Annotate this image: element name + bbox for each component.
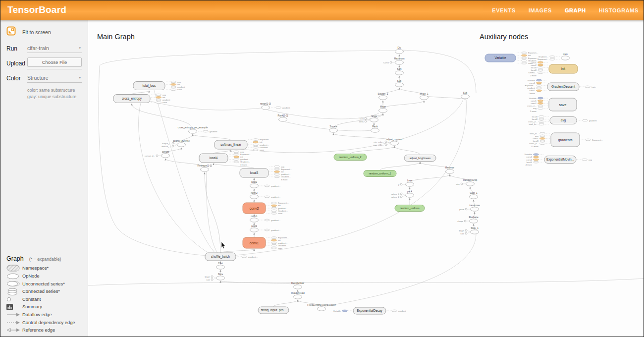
node-mean[interactable]: Mean: [379, 106, 387, 113]
node-expmov[interactable]: ExponentialMovin...: [544, 156, 576, 164]
node-ru0[interactable]: random_uniform: [395, 205, 425, 212]
node-total_loss[interactable]: total_loss: [133, 82, 165, 90]
node-variable[interactable]: Variable: [485, 54, 516, 62]
svg-text:Slice_1: Slice_1: [471, 227, 479, 229]
annotation-node: [242, 256, 247, 258]
constant-label: begin: [459, 229, 464, 232]
constant-label: default_...: [161, 145, 171, 148]
node-norm1[interactable]: norm1: [250, 215, 259, 223]
node-cast_1[interactable]: Cast_1: [470, 192, 478, 199]
node-randomcrop[interactable]: RandomCrop: [463, 179, 478, 186]
node-div[interactable]: Div: [395, 47, 404, 54]
node-slice[interactable]: Slice: [216, 273, 225, 281]
svg-text:cross_entropy: cross_entropy: [122, 97, 142, 101]
node-cast[interactable]: Cast: [216, 262, 225, 270]
constant-label: start: [360, 117, 364, 120]
node-graddesc[interactable]: GradientDescent: [547, 83, 579, 91]
node-cepe[interactable]: cross_entropy_per_example: [178, 126, 208, 134]
node-flrr[interactable]: FixedLengthRecordReader: [307, 304, 336, 311]
svg-text:Sqrt: Sqrt: [397, 68, 402, 70]
annotation-node: [534, 159, 539, 161]
annotation-label: save: [177, 88, 182, 91]
annotation-node: [550, 56, 555, 58]
run-select[interactable]: cifar-train ▾: [27, 44, 82, 53]
node-softmax_linear[interactable]: softmax_linear: [215, 140, 247, 149]
svg-text:local4: local4: [210, 156, 218, 160]
constant-node: [172, 145, 174, 147]
node-conv1[interactable]: conv1: [243, 237, 266, 248]
annotation-node: [342, 310, 348, 312]
node-gradients[interactable]: gradients: [551, 133, 580, 147]
node-resh13[interactable]: Reshape[1-3]: [198, 165, 212, 172]
node-transpose[interactable]: transpose: [469, 204, 480, 212]
annotation-node: [171, 84, 176, 86]
node-shuffle_batch[interactable]: shuffle_batch: [205, 253, 236, 261]
node-rank[interactable]: Rank: [371, 125, 379, 133]
annotation-node: [271, 213, 277, 215]
tab-histograms[interactable]: HISTOGRAMS: [599, 7, 639, 13]
node-local4[interactable]: local4: [199, 154, 228, 163]
node-expdecay[interactable]: ExponentialDecay: [353, 307, 386, 314]
node-avg[interactable]: avg: [550, 117, 577, 124]
node-range13[interactable]: range[1-3]: [260, 103, 271, 110]
node-conv2[interactable]: conv2: [243, 203, 266, 214]
annotation-node: [522, 55, 527, 56]
node-rank12[interactable]: Rank[1-2]: [278, 114, 288, 122]
node-readerread[interactable]: ReaderRead: [291, 292, 305, 299]
svg-text:Slice: Slice: [218, 273, 223, 276]
annotation-node: [253, 149, 259, 151]
annotation-label: gradient: [282, 107, 290, 109]
tab-graph[interactable]: GRAPH: [565, 7, 586, 13]
node-pack[interactable]: pack: [406, 190, 414, 198]
fit-to-screen-icon[interactable]: [6, 26, 16, 38]
node-ru2[interactable]: random_uniform_2: [334, 154, 367, 161]
node-maximum[interactable]: Maximum: [394, 57, 405, 65]
node-sub[interactable]: Sub: [395, 80, 404, 87]
node-decoderaw[interactable]: DecodeRaw: [291, 282, 305, 289]
node-sparsetodense[interactable]: SparseToDense: [173, 140, 190, 147]
svg-text:local3: local3: [250, 171, 259, 174]
constant-label: begin: [205, 276, 210, 278]
node-reshape[interactable]: Reshape: [469, 216, 479, 224]
node-sub_r[interactable]: Sub: [461, 92, 470, 99]
node-concat[interactable]: concat: [161, 151, 170, 158]
tab-images[interactable]: IMAGES: [529, 7, 552, 13]
node-square[interactable]: Square: [329, 125, 338, 133]
node-ru1[interactable]: random_uniform_1: [364, 170, 396, 177]
node-pool2[interactable]: pool2: [250, 181, 259, 188]
node-sqrt[interactable]: Sqrt: [395, 68, 404, 75]
legend-item-series-connected: Connected series*: [6, 287, 86, 295]
annotation-node: [392, 310, 397, 312]
node-range[interactable]: range: [370, 115, 378, 122]
svg-text:conv1: conv1: [250, 241, 259, 245]
node-reverse[interactable]: Reverse: [445, 167, 454, 174]
annotation-edge: [213, 278, 216, 280]
node-less[interactable]: Less: [406, 179, 414, 187]
constant-node: [465, 208, 467, 210]
node-mean_1[interactable]: Mean_1: [420, 93, 429, 100]
legend-item-label: Namespace*: [22, 266, 49, 271]
node-adjust_contrast[interactable]: adjust_contrast: [386, 138, 403, 146]
node-adjust_brightness[interactable]: adjust_brightness: [404, 155, 436, 162]
annotation-label: 2 more: [530, 74, 537, 77]
node-string_input[interactable]: string_input_pro...: [258, 307, 289, 314]
node-train[interactable]: train: [561, 53, 570, 60]
svg-text:gradients: gradients: [558, 138, 573, 142]
choose-file-button[interactable]: Choose File: [27, 57, 82, 67]
node-square_1[interactable]: Square_1: [378, 93, 388, 100]
node-slice_1[interactable]: Slice_1: [471, 227, 479, 234]
node-save[interactable]: save: [549, 98, 577, 111]
node-pool1[interactable]: pool1: [250, 225, 259, 232]
node-cross_entropy[interactable]: cross_entropy: [113, 95, 150, 103]
reference-edge-icon: [6, 328, 22, 333]
node-norm2[interactable]: norm2: [250, 192, 259, 199]
color-select[interactable]: Structure ▾: [27, 74, 82, 83]
annotation-node: [156, 94, 161, 96]
node-init[interactable]: init: [549, 64, 578, 73]
fit-to-screen-control[interactable]: Fit to screen: [6, 26, 82, 38]
node-local3[interactable]: local3: [240, 168, 268, 177]
annotation-node: [540, 132, 545, 134]
tab-events[interactable]: EVENTS: [492, 7, 516, 13]
annotation-node: [265, 219, 270, 221]
annotation-node: [539, 118, 544, 120]
